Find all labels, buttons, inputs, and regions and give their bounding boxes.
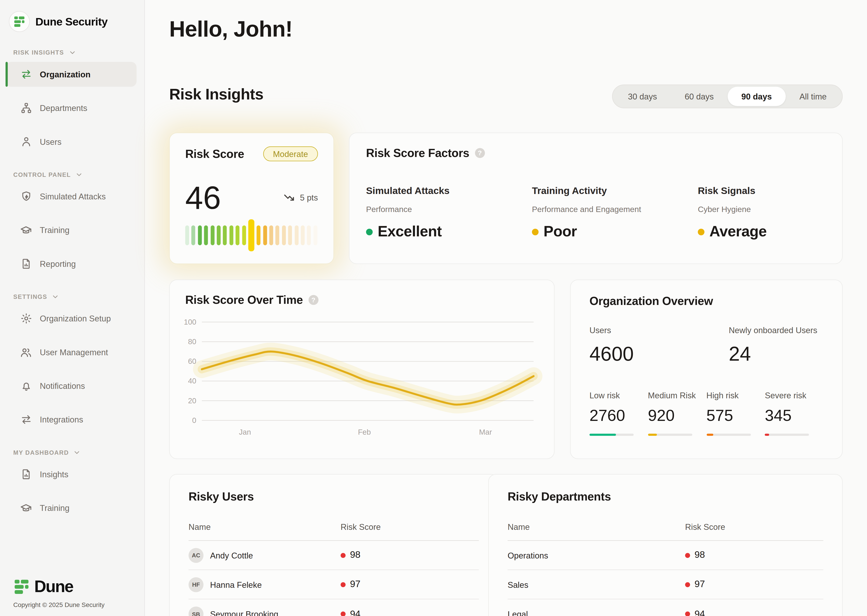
sidebar-item-label: Simulated Attacks	[40, 192, 106, 201]
factor-sublabel: Cyber Hygiene	[698, 205, 767, 214]
table-row[interactable]: HFHanna Feleke97	[189, 570, 479, 599]
breakdown-bar-track	[648, 434, 692, 436]
brand-logo[interactable]: Dune Security	[9, 11, 144, 32]
gauge-bar	[295, 225, 298, 245]
sidebar-item-users[interactable]: Users	[5, 129, 136, 154]
breakdown-label: Severe risk	[765, 390, 823, 400]
row-score: 97	[350, 579, 360, 590]
sidebar-item-departments[interactable]: Departments	[5, 96, 136, 121]
y-axis-tick-label: 40	[188, 377, 196, 385]
gauge-bar	[301, 225, 304, 245]
table-row[interactable]: Operations98	[508, 541, 823, 570]
table-header: Name Risk Score	[189, 522, 479, 541]
risk-breakdown-low-risk: Low risk2760	[590, 390, 648, 436]
x-axis-tick-label: Jan	[239, 428, 251, 436]
gauge-bar	[185, 225, 189, 245]
time-range-90-days[interactable]: 90 days	[727, 86, 785, 106]
factor-status: Excellent	[366, 223, 532, 240]
onboarded-stat: Newly onboarded Users 24	[729, 325, 817, 366]
risk-factors-grid: Simulated AttacksPerformanceExcellentTra…	[366, 185, 826, 240]
hierarchy-icon	[20, 102, 32, 114]
row-name: Andy Cottle	[210, 550, 253, 560]
row-name-cell: Legal	[508, 609, 685, 616]
app-root: Dune Security RISK INSIGHTSOrganizationD…	[0, 0, 867, 616]
sidebar-item-organization[interactable]: Organization	[5, 62, 136, 86]
breakdown-value: 575	[706, 407, 765, 425]
name-column-header: Name	[508, 522, 685, 531]
users-stat-label: Users	[590, 325, 634, 335]
sidebar-section-label: CONTROL PANEL	[13, 171, 71, 178]
risky-users-title: Risky Users	[189, 490, 254, 503]
row-name: Seymour Brooking	[210, 609, 278, 616]
sidebar-item-training[interactable]: Training	[5, 218, 136, 242]
breakdown-bar-track	[706, 434, 751, 436]
sidebar-item-reporting[interactable]: Reporting	[5, 251, 136, 276]
risky-users-card: Risky Users Name Risk Score ACAndy Cottl…	[169, 474, 498, 616]
breakdown-label: High risk	[706, 390, 765, 400]
table-row[interactable]: ACAndy Cottle98	[189, 541, 479, 570]
risk-score-gauge	[185, 219, 318, 251]
gauge-bar	[282, 225, 286, 245]
sidebar-item-integrations[interactable]: Integrations	[5, 407, 136, 432]
y-axis-tick-label: 0	[192, 416, 196, 424]
sidebar-section-control-panel[interactable]: CONTROL PANEL	[13, 171, 131, 178]
row-score: 94	[350, 608, 360, 616]
gauge-bar	[204, 225, 208, 245]
sidebar-item-training[interactable]: Training	[5, 495, 136, 520]
sidebar-item-label: Reporting	[40, 259, 76, 269]
time-range-30-days[interactable]: 30 days	[614, 86, 671, 106]
avatar: AC	[189, 548, 203, 563]
sidebar-section-label: RISK INSIGHTS	[13, 49, 64, 56]
sidebar-item-organization-setup[interactable]: Organization Setup	[5, 306, 136, 331]
row-score: 94	[695, 608, 705, 616]
status-dot	[532, 228, 539, 235]
row-score: 98	[695, 550, 705, 561]
time-range-tabs: 30 days60 days90 daysAll time	[612, 85, 843, 108]
gauge-bar	[236, 225, 240, 245]
gear-icon	[20, 313, 32, 324]
status-dot	[366, 228, 372, 235]
risk-breakdown: Low risk2760Medium Risk920High risk575Se…	[590, 390, 823, 436]
table-row[interactable]: SBSeymour Brooking94	[189, 599, 479, 616]
y-axis-tick-label: 100	[184, 318, 196, 326]
breakdown-label: Medium Risk	[648, 390, 706, 400]
help-icon[interactable]: ?	[308, 295, 318, 305]
sidebar-item-simulated-attacks[interactable]: Simulated Attacks	[5, 184, 136, 209]
factor-simulated-attacks: Simulated AttacksPerformanceExcellent	[366, 185, 532, 240]
sidebar-section-settings[interactable]: SETTINGS	[13, 293, 131, 300]
page-title: Risk Insights	[169, 86, 263, 103]
factor-status-value: Average	[709, 223, 766, 240]
gauge-bar	[191, 225, 195, 245]
chevron-down-icon	[75, 171, 83, 178]
sidebar-item-user-management[interactable]: User Management	[5, 340, 136, 365]
risk-score-title: Risk Score	[185, 147, 244, 160]
active-indicator	[5, 62, 8, 86]
sidebar-section-risk-insights[interactable]: RISK INSIGHTS	[13, 49, 131, 57]
risk-score-value: 46	[185, 179, 221, 216]
risk-score-card: Risk Score Moderate 46 5 pts	[169, 133, 334, 264]
time-range-60-days[interactable]: 60 days	[671, 86, 727, 106]
time-range-all-time[interactable]: All time	[786, 86, 840, 106]
sidebar-item-label: User Management	[40, 347, 108, 357]
gauge-bar	[210, 225, 214, 245]
graduation-cap-icon	[20, 224, 32, 236]
sidebar-item-label: Departments	[40, 103, 87, 113]
table-row[interactable]: Sales97	[508, 570, 823, 599]
table-row[interactable]: Legal94	[508, 599, 823, 616]
y-axis-tick-label: 20	[188, 396, 196, 405]
breakdown-value: 920	[648, 407, 706, 425]
x-axis-tick-label: Feb	[358, 428, 371, 436]
x-axis-tick-label: Mar	[479, 428, 492, 436]
chevron-down-icon	[68, 49, 76, 57]
help-icon[interactable]: ?	[475, 148, 485, 158]
sidebar-item-insights[interactable]: Insights	[5, 462, 136, 487]
sidebar-item-label: Training	[40, 225, 69, 235]
breakdown-label: Low risk	[590, 390, 648, 400]
row-name: Hanna Feleke	[210, 580, 262, 589]
sidebar-item-notifications[interactable]: Notifications	[5, 374, 136, 398]
sidebar: Dune Security RISK INSIGHTSOrganizationD…	[0, 0, 145, 616]
bell-icon	[20, 380, 32, 391]
graduation-cap-icon	[20, 502, 32, 514]
breakdown-bar-fill	[706, 434, 713, 436]
sidebar-section-my-dashboard[interactable]: MY DASHBOARD	[13, 449, 131, 456]
